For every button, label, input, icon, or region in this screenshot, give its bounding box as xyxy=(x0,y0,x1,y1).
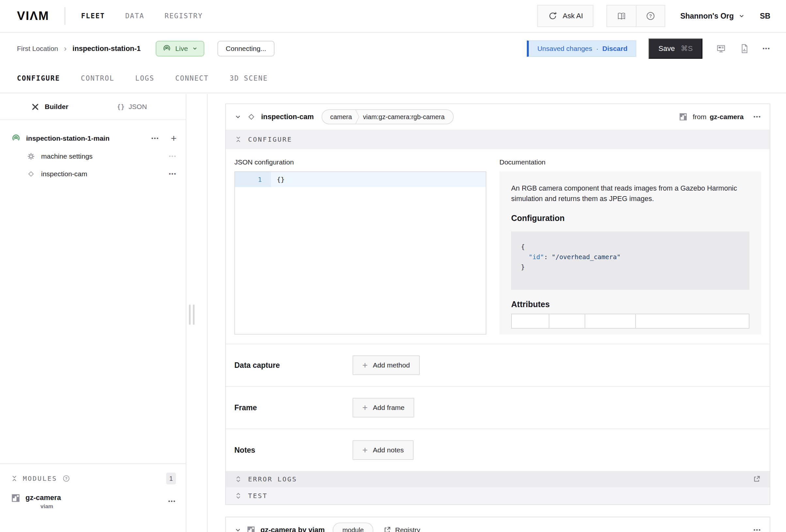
sidebar-gutter xyxy=(187,94,208,532)
ask-ai-button[interactable]: Ask AI xyxy=(537,5,594,27)
attributes-table xyxy=(511,314,749,329)
ask-ai-icon xyxy=(548,11,557,21)
machine-tabs: CONFIGURE CONTROL LOGS CONNECT 3D SCENE xyxy=(0,64,786,93)
configuration-heading: Configuration xyxy=(511,213,749,223)
json-config-column: JSON configuration 1 {} xyxy=(234,158,486,334)
modules-count-badge: 1 xyxy=(166,472,176,484)
overflow-menu[interactable]: ••• xyxy=(763,45,770,52)
help-button[interactable]: ? xyxy=(636,5,665,26)
chevron-down-icon[interactable] xyxy=(234,527,241,532)
ask-ai-label: Ask AI xyxy=(563,12,583,20)
nav-divider xyxy=(65,7,65,25)
data-capture-label: Data capture xyxy=(234,361,352,370)
documentation-label: Documentation xyxy=(500,158,761,166)
inspection-cam-menu[interactable]: ••• xyxy=(169,171,177,177)
module-card-menu[interactable]: ••• xyxy=(753,527,761,532)
frame-label: Frame xyxy=(234,403,352,412)
save-label: Save xyxy=(658,44,675,53)
add-frame-button[interactable]: + Add frame xyxy=(352,398,414,417)
component-card-header: inspection-cam camera viam:gz-camera:rgb… xyxy=(226,104,770,130)
nav-item-data[interactable]: DATA xyxy=(125,12,145,20)
test-label: TEST xyxy=(248,492,268,500)
module-list-item[interactable]: gz-camera viam ••• xyxy=(11,493,176,510)
broadcast-icon xyxy=(162,44,171,53)
org-switcher[interactable]: Shannon's Org xyxy=(680,12,745,21)
documentation-button[interactable] xyxy=(607,5,636,26)
error-logs-section-header[interactable]: ERROR LOGS xyxy=(226,471,770,487)
root-part-menu[interactable]: ••• xyxy=(152,135,159,142)
nav-item-fleet[interactable]: FLEET xyxy=(81,12,105,20)
live-label: Live xyxy=(175,45,188,52)
root-part-name: inspection-station-1-main xyxy=(26,135,110,142)
module-tag-pill: module xyxy=(332,523,374,532)
attributes-table-cell xyxy=(585,314,636,328)
save-button[interactable]: Save ⌘S xyxy=(649,39,702,59)
module-name: gz-camera xyxy=(25,493,61,502)
gear-icon xyxy=(27,152,35,161)
json-config-editor[interactable]: 1 {} xyxy=(234,171,486,334)
tab-connect[interactable]: CONNECT xyxy=(175,74,209,82)
registry-link[interactable]: Registry xyxy=(383,526,420,532)
viam-logo[interactable]: VIΛM xyxy=(17,9,49,23)
sidebar-item-machine-settings[interactable]: machine settings ••• xyxy=(0,147,186,165)
expand-icon xyxy=(235,492,241,499)
live-status-dropdown[interactable]: Live xyxy=(156,41,204,56)
external-link-icon xyxy=(383,526,391,532)
machine-part-tree: inspection-station-1-main ••• + machine … xyxy=(0,120,186,183)
documentation-code-block: { "id": "/overhead_camera" } xyxy=(511,231,749,290)
tab-logs[interactable]: LOGS xyxy=(135,74,154,82)
machine-settings-menu[interactable]: ••• xyxy=(169,153,177,160)
monitor-icon[interactable] xyxy=(716,44,726,53)
tab-3d-scene[interactable]: 3D SCENE xyxy=(229,74,268,82)
stats-file-icon[interactable] xyxy=(740,44,749,53)
mode-builder-toggle[interactable]: Builder xyxy=(31,94,68,119)
external-link-icon[interactable] xyxy=(753,475,761,483)
module-card-title: gz-camera by viam xyxy=(260,526,325,532)
add-notes-button[interactable]: + Add notes xyxy=(352,440,414,460)
chevron-down-icon[interactable] xyxy=(234,113,241,120)
add-notes-label: Add notes xyxy=(373,446,404,454)
mode-json-toggle[interactable]: {} JSON xyxy=(117,94,147,119)
svg-text:?: ? xyxy=(649,14,652,19)
module-card-gz-camera: gz-camera by viam module Registry ••• xyxy=(225,517,770,532)
modules-header[interactable]: MODULES ? 1 xyxy=(11,472,176,484)
avatar[interactable]: SB xyxy=(760,12,770,21)
collapse-icon xyxy=(11,475,18,482)
component-type: camera xyxy=(322,113,355,121)
breadcrumb-location[interactable]: First Location xyxy=(17,45,58,52)
nav-item-registry[interactable]: REGISTRY xyxy=(164,12,203,20)
machine-name: inspection-station-1 xyxy=(72,44,141,53)
unsaved-changes-label: Unsaved changes xyxy=(537,45,592,52)
error-logs-label: ERROR LOGS xyxy=(248,475,297,483)
plus-icon: + xyxy=(362,403,368,412)
sidebar-item-inspection-cam[interactable]: inspection-cam ••• xyxy=(0,165,186,183)
sidebar-resize-handle[interactable] xyxy=(189,304,194,325)
component-menu[interactable]: ••• xyxy=(753,114,761,120)
component-model: viam:gz-camera:rgb-camera xyxy=(360,113,453,121)
tab-configure[interactable]: CONFIGURE xyxy=(17,74,60,82)
component-name: inspection-cam xyxy=(261,113,314,121)
question-icon: ? xyxy=(646,11,655,21)
add-frame-label: Add frame xyxy=(373,404,404,412)
code-line-close: } xyxy=(521,262,740,272)
json-braces-icon: {} xyxy=(117,103,125,111)
discard-button[interactable]: Discard xyxy=(602,45,627,52)
module-menu[interactable]: ••• xyxy=(168,498,176,505)
chevron-down-icon xyxy=(738,13,745,19)
from-module-name[interactable]: gz-camera xyxy=(710,113,744,121)
add-component-button[interactable]: + xyxy=(171,134,177,143)
from-label: from xyxy=(693,113,707,121)
topnav-right: Ask AI ? Shannon's Org SB xyxy=(537,5,770,27)
documentation-panel[interactable]: An RGB camera component that reads image… xyxy=(500,171,761,334)
registry-label: Registry xyxy=(395,526,420,532)
tree-root-part[interactable]: inspection-station-1-main ••• + xyxy=(0,129,186,147)
module-icon xyxy=(11,493,20,503)
code-line-open: { xyxy=(521,242,740,252)
tab-control[interactable]: CONTROL xyxy=(81,74,115,82)
test-section-header[interactable]: TEST xyxy=(226,487,770,504)
configure-section-header[interactable]: CONFIGURE xyxy=(226,130,770,149)
connecting-button[interactable]: Connecting... xyxy=(217,41,275,56)
add-method-button[interactable]: + Add method xyxy=(352,355,420,375)
code-key: "id" xyxy=(529,253,544,261)
svg-text:?: ? xyxy=(65,477,68,481)
